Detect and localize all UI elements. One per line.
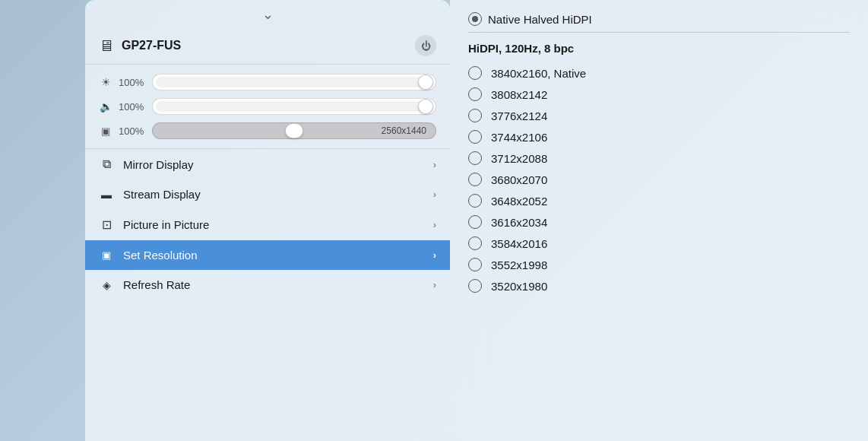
zoom-resolution: 2560x1440 <box>382 125 426 136</box>
menu-item-refresh-rate[interactable]: ◈ Refresh Rate › <box>85 270 450 300</box>
radio-8 <box>468 236 482 250</box>
right-panel: Native Halved HiDPI HiDPI, 120Hz, 8 bpc … <box>450 0 868 441</box>
chevron-down-icon: ⌄ <box>262 8 274 21</box>
resolution-option-5[interactable]: 3680x2070 <box>468 169 850 190</box>
section-divider <box>468 32 850 33</box>
resolution-option-8[interactable]: 3584x2016 <box>468 233 850 254</box>
radio-0 <box>468 66 482 80</box>
radio-5 <box>468 173 482 186</box>
mirror-display-icon: ⧉ <box>99 157 114 171</box>
brightness-slider[interactable] <box>152 74 436 90</box>
zoom-slider[interactable]: 2560x1440 <box>152 122 436 139</box>
resolution-option-9[interactable]: 3552x1998 <box>468 254 850 275</box>
brightness-thumb <box>418 75 433 90</box>
brightness-row: ☀ 100% <box>99 74 436 90</box>
native-halved-radio <box>468 12 482 26</box>
volume-row: 🔈 100% <box>99 98 436 115</box>
stream-display-icon: ▬ <box>99 189 114 201</box>
power-icon: ⏻ <box>421 40 431 52</box>
menu-list: ⧉ Mirror Display › ▬ Stream Display › ⊡ … <box>85 149 450 300</box>
radio-2 <box>468 109 482 122</box>
pip-chevron: › <box>433 219 436 230</box>
resolution-list: 3840x2160, Native 3808x2142 3776x2124 37… <box>468 62 850 297</box>
monitor-icon: 🖥 <box>99 37 114 55</box>
resolution-label-10: 3520x1980 <box>491 280 547 293</box>
native-halved-label: Native Halved HiDPI <box>488 13 592 26</box>
left-panel: ⌄ 🖥 GP27-FUS ⏻ ☀ 100% 🔈 100% <box>85 0 450 441</box>
resolution-label-8: 3584x2016 <box>491 237 547 250</box>
resolution-label-9: 3552x1998 <box>491 259 547 271</box>
resolution-option-0[interactable]: 3840x2160, Native <box>468 62 850 84</box>
resolution-label-3: 3744x2106 <box>491 131 547 144</box>
sliders-section: ☀ 100% 🔈 100% ▣ 100% 2560x1440 <box>85 65 450 149</box>
pip-label: Picture in Picture <box>123 218 424 231</box>
radio-3 <box>468 130 482 144</box>
resolution-option-10[interactable]: 3520x1980 <box>468 275 850 297</box>
monitor-header: 🖥 GP27-FUS ⏻ <box>85 27 450 65</box>
resolution-label-0: 3840x2160, Native <box>491 67 586 80</box>
stream-display-label: Stream Display <box>123 188 424 201</box>
radio-10 <box>468 279 482 293</box>
refresh-rate-label: Refresh Rate <box>123 278 424 291</box>
radio-4 <box>468 151 482 165</box>
resolution-label-7: 3616x2034 <box>491 216 547 229</box>
resolution-option-3[interactable]: 3744x2106 <box>468 126 850 148</box>
resolution-option-1[interactable]: 3808x2142 <box>468 84 850 105</box>
menu-item-mirror-display[interactable]: ⧉ Mirror Display › <box>85 149 450 179</box>
volume-icon: 🔈 <box>99 100 112 113</box>
radio-9 <box>468 258 482 271</box>
menu-item-picture-in-picture[interactable]: ⊡ Picture in Picture › <box>85 209 450 240</box>
radio-6 <box>468 194 482 208</box>
zoom-value: 100% <box>119 125 146 137</box>
pip-icon: ⊡ <box>99 217 114 232</box>
monitor-name: GP27-FUS <box>122 39 407 52</box>
resolution-option-2[interactable]: 3776x2124 <box>468 105 850 126</box>
zoom-thumb <box>285 123 303 138</box>
volume-thumb <box>418 99 433 114</box>
zoom-icon: ▣ <box>99 125 112 137</box>
radio-1 <box>468 87 482 101</box>
resolution-group-title: HiDPI, 120Hz, 8 bpc <box>468 42 850 55</box>
volume-slider[interactable] <box>152 98 436 115</box>
resolution-label-4: 3712x2088 <box>491 152 547 165</box>
set-resolution-chevron: › <box>433 249 436 261</box>
resolution-option-4[interactable]: 3712x2088 <box>468 148 850 169</box>
power-button[interactable]: ⏻ <box>415 35 436 56</box>
resolution-label-6: 3648x2052 <box>491 195 547 208</box>
mirror-display-label: Mirror Display <box>123 158 424 171</box>
refresh-rate-icon: ◈ <box>99 279 114 291</box>
resolution-option-6[interactable]: 3648x2052 <box>468 190 850 211</box>
menu-item-set-resolution[interactable]: ▣ Set Resolution › <box>85 240 450 270</box>
set-resolution-label: Set Resolution <box>123 249 424 262</box>
resolution-label-5: 3680x2070 <box>491 173 547 186</box>
resolution-option-7[interactable]: 3616x2034 <box>468 211 850 233</box>
mirror-display-chevron: › <box>433 159 436 170</box>
brightness-value: 100% <box>119 77 146 88</box>
resolution-label-2: 3776x2124 <box>491 109 547 122</box>
volume-value: 100% <box>119 101 146 113</box>
radio-7 <box>468 215 482 229</box>
collapse-handle[interactable]: ⌄ <box>85 0 450 27</box>
set-resolution-icon: ▣ <box>99 249 114 261</box>
native-halved-row[interactable]: Native Halved HiDPI <box>468 12 850 26</box>
brightness-icon: ☀ <box>99 76 112 88</box>
zoom-row: ▣ 100% 2560x1440 <box>99 122 436 139</box>
resolution-label-1: 3808x2142 <box>491 88 547 101</box>
refresh-rate-chevron: › <box>433 279 436 290</box>
menu-item-stream-display[interactable]: ▬ Stream Display › <box>85 179 450 209</box>
stream-display-chevron: › <box>433 189 436 200</box>
